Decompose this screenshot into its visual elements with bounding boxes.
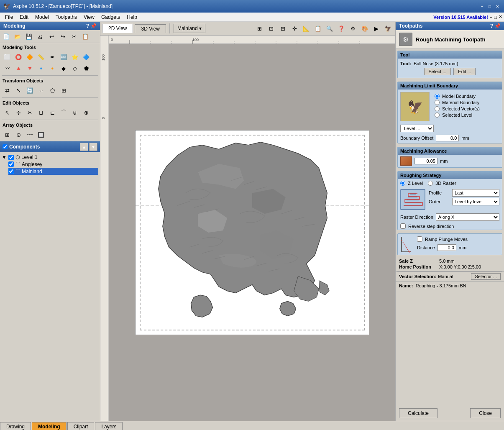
view-zoom-extents[interactable]: ⊞ — [254, 23, 265, 34]
tool-shape5[interactable]: ◆ — [58, 63, 69, 74]
tab-layers[interactable]: Layers — [95, 422, 123, 430]
transform-scale[interactable]: ⤡ — [13, 85, 24, 96]
tool-text[interactable]: 🔤 — [58, 51, 69, 62]
select-tool-button[interactable]: Select ... — [424, 68, 451, 75]
tab-2d[interactable]: 2D View — [102, 24, 133, 33]
menu-toolpaths[interactable]: Toolpaths — [52, 13, 80, 21]
z-level-radio-input[interactable] — [400, 181, 405, 186]
toolbar-print[interactable]: 🖨 — [35, 31, 46, 42]
array-path[interactable]: 〰 — [24, 129, 35, 140]
tool-poly[interactable]: 🔷 — [81, 51, 92, 62]
tool-pen[interactable]: ✒ — [47, 51, 58, 62]
edit-boolean[interactable]: ⊕ — [81, 107, 92, 118]
tool-shape2[interactable]: 🔻 — [24, 63, 35, 74]
selector-button[interactable]: Selector ... — [471, 273, 501, 280]
raster-3d-radio[interactable]: 3D Raster — [428, 181, 456, 186]
tool-shape3[interactable]: 🔹 — [36, 63, 46, 74]
minimize-button[interactable]: − — [479, 3, 486, 10]
menu-gadgets[interactable]: Gadgets — [98, 13, 123, 21]
close-button[interactable]: Close — [470, 408, 501, 418]
menu-help[interactable]: Help — [123, 13, 141, 21]
boundary-model-radio[interactable]: Model Boundary — [435, 94, 480, 99]
tree-level1[interactable]: ▼ ⬡ Level 1 — [2, 154, 98, 161]
reverse-step-checkbox[interactable] — [400, 223, 406, 229]
edit-offset[interactable]: ⊏ — [47, 107, 58, 118]
raster-dir-select[interactable]: Along X Along Y — [436, 213, 499, 221]
tab-modeling[interactable]: Modeling — [32, 422, 67, 430]
tool-shape1[interactable]: 🔺 — [13, 63, 24, 74]
array-linear[interactable]: ⊞ — [2, 129, 13, 140]
toolbar-new[interactable]: 📄 — [1, 31, 12, 42]
view-settings[interactable]: ⚙ — [348, 23, 358, 34]
array-circular[interactable]: ⊙ — [13, 129, 24, 140]
mainland-checkbox[interactable] — [8, 169, 14, 174]
boundary-material-radio-input[interactable] — [435, 100, 440, 105]
toolbar-save[interactable]: 💾 — [23, 31, 34, 42]
menu-view[interactable]: View — [80, 13, 98, 21]
maximize-button[interactable]: □ — [486, 3, 493, 10]
edit-select[interactable]: ↖ — [2, 107, 13, 118]
raster-3d-radio-input[interactable] — [428, 181, 433, 186]
modeling-help-icon[interactable]: ? — [86, 23, 89, 29]
components-checkbox[interactable] — [3, 144, 8, 149]
anglesey-checkbox[interactable] — [8, 161, 14, 167]
tool-shape7[interactable]: ⬟ — [81, 63, 92, 74]
view-color[interactable]: 🎨 — [359, 23, 370, 34]
view-zoom-in[interactable]: 🔍 — [324, 23, 335, 34]
modeling-pin-icon[interactable]: 📌 — [90, 23, 97, 29]
transform-move[interactable]: ⇄ — [2, 85, 13, 96]
toolpaths-pin-icon[interactable]: 📌 — [494, 23, 501, 29]
toolbar-redo[interactable]: ↪ — [57, 31, 68, 42]
view-measure[interactable]: 📐 — [301, 23, 312, 34]
tab-3d[interactable]: 3D View — [135, 24, 166, 33]
boundary-selected-vector-radio[interactable]: Selected Vector(s) — [435, 106, 480, 111]
edit-weld[interactable]: ⊎ — [69, 107, 80, 118]
level1-checkbox[interactable] — [8, 155, 14, 160]
edit-fillet[interactable]: ⌒ — [58, 107, 69, 118]
tool-line[interactable]: 📏 — [36, 51, 46, 62]
boundary-offset-input[interactable] — [436, 135, 459, 141]
transform-skew[interactable]: ⬠ — [47, 85, 58, 96]
distance-input[interactable] — [437, 244, 456, 251]
edit-tool-button[interactable]: Edit ... — [453, 68, 476, 75]
menu-file[interactable]: File — [2, 13, 16, 21]
ramp-plunge-checkbox[interactable] — [417, 236, 422, 242]
profile-select[interactable]: Last First None — [452, 189, 499, 197]
allowance-input[interactable] — [414, 158, 437, 164]
menu-model[interactable]: Model — [32, 13, 52, 21]
canvas-container[interactable]: 0 100 — [100, 36, 395, 421]
tree-anglesey[interactable]: ⌒ Anglesey — [8, 161, 98, 168]
tool-shape4[interactable]: 🔸 — [47, 63, 58, 74]
toolbar-open[interactable]: 📂 — [12, 31, 23, 42]
toolbar-undo[interactable]: ↩ — [46, 31, 57, 42]
boundary-model-radio-input[interactable] — [435, 94, 440, 99]
view-zoom-select[interactable]: ⊡ — [266, 23, 276, 34]
level-select[interactable]: Level ... — [400, 125, 434, 132]
tool-circle[interactable]: ⭕ — [13, 51, 24, 62]
boundary-selected-level-radio[interactable]: Selected Level — [435, 113, 480, 118]
transform-align[interactable]: ⊞ — [58, 85, 69, 96]
toolbar-copy[interactable]: 📋 — [80, 31, 91, 42]
close-button[interactable]: ✕ — [494, 3, 501, 10]
menu-edit[interactable]: Edit — [16, 13, 32, 21]
tool-rectangle[interactable]: ⬜ — [2, 51, 13, 62]
toolpaths-help-icon[interactable]: ? — [490, 23, 493, 29]
view-help[interactable]: ❓ — [336, 23, 347, 34]
tool-shape6[interactable]: ◇ — [69, 63, 80, 74]
z-level-radio[interactable]: Z Level — [400, 181, 423, 186]
edit-trim[interactable]: ✂ — [24, 107, 35, 118]
edit-node[interactable]: ⊹ — [13, 107, 24, 118]
view-extra[interactable]: ▶ — [371, 23, 382, 34]
boundary-material-radio[interactable]: Material Boundary — [435, 100, 480, 105]
toolbar-cut[interactable]: ✂ — [69, 31, 79, 42]
canvas-main[interactable] — [109, 44, 395, 421]
order-select[interactable]: Level by level Depth first — [452, 198, 499, 205]
comp-up-btn[interactable]: ▲ — [80, 143, 88, 151]
tool-bezier[interactable]: 〰 — [2, 63, 13, 74]
view-snap[interactable]: ✛ — [289, 23, 300, 34]
boundary-level-radio-input[interactable] — [435, 113, 440, 118]
win-max2[interactable]: □ — [494, 15, 497, 20]
win-close2[interactable]: ✕ — [499, 14, 502, 20]
view-layers[interactable]: 📋 — [312, 23, 323, 34]
tab-clipart[interactable]: Clipart — [67, 422, 95, 430]
